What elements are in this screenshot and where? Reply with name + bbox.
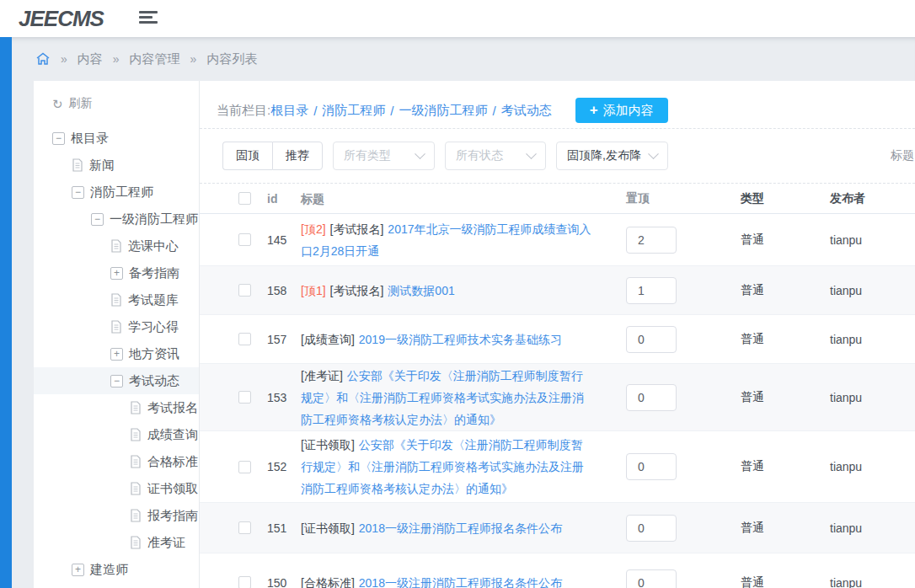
collapse-icon[interactable]: − <box>72 186 84 199</box>
row-checkbox[interactable] <box>238 521 251 534</box>
status-select[interactable]: 所有状态 <box>445 142 546 170</box>
tree-item-pass-standard[interactable]: 合格标准 <box>34 448 199 475</box>
expand-icon[interactable]: + <box>72 564 84 576</box>
row-checkbox[interactable] <box>238 284 251 297</box>
jeecms-logo: JEECMS <box>19 6 104 32</box>
content-type: 普通 <box>736 521 823 536</box>
filter-toolbar: 固顶 推荐 所有类型 所有状态 固顶降,发布降 标题 <box>200 129 915 183</box>
path-link-exam-news[interactable]: 考试动态 <box>501 103 552 119</box>
tree-item-score-query[interactable]: 成绩查询 <box>34 421 199 448</box>
tree-item-fire-engineer[interactable]: − 消防工程师 <box>34 179 199 206</box>
row-checkbox[interactable] <box>238 576 251 588</box>
col-header-type: 类型 <box>736 191 823 206</box>
top-bar: JEECMS <box>0 0 915 37</box>
table-row: 152 [证书领取]公安部《关于印发〈注册消防工程师制度暂行规定〉和〈注册消防工… <box>200 431 915 503</box>
top-tag: [顶2] <box>301 222 326 236</box>
category-tag: [考试报名] <box>330 222 384 236</box>
tree-item-local-news[interactable]: + 地方资讯 <box>34 340 199 367</box>
top-order-input[interactable] <box>626 227 677 254</box>
collapse-icon[interactable]: − <box>110 375 123 388</box>
row-id: 158 <box>254 284 301 297</box>
refresh-button[interactable]: ↻ 刷新 <box>34 91 199 116</box>
row-id: 152 <box>254 460 301 473</box>
breadcrumb-item-content-list: 内容列表 <box>206 51 257 67</box>
content-title-link[interactable]: 测试数据001 <box>388 284 454 297</box>
col-header-top: 置顶 <box>594 191 736 206</box>
left-accent-stripe <box>0 37 12 588</box>
collapse-icon[interactable]: − <box>91 213 104 226</box>
plus-icon: + <box>590 102 598 119</box>
publisher: tianpu <box>823 576 915 588</box>
refresh-icon: ↻ <box>52 98 63 110</box>
menu-toggle-icon[interactable] <box>139 11 159 26</box>
row-id: 153 <box>254 391 301 404</box>
current-category-label: 当前栏目: <box>217 103 270 119</box>
tree-item-news[interactable]: 新闻 <box>34 152 199 179</box>
document-icon <box>130 401 142 414</box>
category-tree-sidebar: ↻ 刷新 − 根目录 新闻 − 消防工程师 − 一级消防工程师 选课中心 <box>34 81 200 588</box>
category-tag: [证书领取] <box>301 438 355 452</box>
category-tag: [成绩查询] <box>301 333 355 346</box>
tree-item-exam-registration[interactable]: 考试报名 <box>34 394 199 421</box>
tree-item-question-bank[interactable]: 考试题库 <box>34 286 199 313</box>
current-category-bar: 当前栏目: 根目录 / 消防工程师 / 一级消防工程师 / 考试动态 + 添加内… <box>217 93 915 128</box>
content-title-link[interactable]: 2019一级消防工程师技术实务基础练习 <box>359 333 562 346</box>
tree-item-certificate-collection[interactable]: 证书领取 <box>34 475 199 502</box>
table-row: 153 [准考证]公安部《关于印发〈注册消防工程师制度暂行规定〉和〈注册消防工程… <box>200 364 915 431</box>
col-header-id: id <box>254 192 301 206</box>
document-icon <box>72 158 83 172</box>
tree-item-course-center[interactable]: 选课中心 <box>34 233 199 259</box>
top-order-input[interactable] <box>626 384 677 411</box>
row-checkbox[interactable] <box>238 333 251 345</box>
tree-item-constructor[interactable]: + 建造师 <box>34 556 199 583</box>
content-type: 普通 <box>736 283 823 298</box>
filter-pinned-button[interactable]: 固顶 <box>222 142 272 170</box>
table-row: 151 [证书领取]2018一级注册消防工程师报名条件公布 普通 tianpu <box>200 503 915 553</box>
filter-recommend-button[interactable]: 推荐 <box>272 142 323 170</box>
content-type: 普通 <box>736 459 823 474</box>
row-checkbox[interactable] <box>238 391 251 404</box>
expand-icon[interactable]: + <box>110 348 123 361</box>
breadcrumb-item-content-manage[interactable]: 内容管理 <box>130 51 180 67</box>
sort-select[interactable]: 固顶降,发布降 <box>556 142 668 170</box>
table-header: id 标题 置顶 类型 发布者 <box>200 184 915 214</box>
row-checkbox[interactable] <box>238 461 251 473</box>
tree-item-exam-news[interactable]: − 考试动态 <box>34 367 199 394</box>
add-content-button[interactable]: + 添加内容 <box>575 98 668 123</box>
path-link-fire-engineer[interactable]: 消防工程师 <box>322 103 385 119</box>
top-order-input[interactable] <box>626 326 677 353</box>
content-title-link[interactable]: 公安部《关于印发〈注册消防工程师制度暂行规定〉和〈注册消防工程师资格考试实施办法… <box>301 369 584 426</box>
tree-item-exam-prep-guide[interactable]: + 备考指南 <box>34 259 199 286</box>
top-order-input[interactable] <box>626 277 677 304</box>
chevron-down-icon <box>648 148 659 159</box>
row-id: 150 <box>254 576 301 588</box>
publisher: tianpu <box>823 391 915 404</box>
select-all-checkbox[interactable] <box>238 192 251 205</box>
tree-item-level1-fire-engineer[interactable]: − 一级消防工程师 <box>34 206 199 233</box>
category-tag: [证书领取] <box>301 521 355 535</box>
col-header-title: 标题 <box>301 188 594 210</box>
tree-item-study-notes[interactable]: 学习心得 <box>34 313 199 340</box>
collapse-icon[interactable]: − <box>52 132 65 145</box>
top-order-input[interactable] <box>626 453 677 480</box>
path-link-level1[interactable]: 一级消防工程师 <box>399 103 488 119</box>
content-type: 普通 <box>736 575 823 588</box>
type-select[interactable]: 所有类型 <box>333 142 435 170</box>
publisher: tianpu <box>823 460 915 473</box>
top-order-input[interactable] <box>626 569 677 588</box>
publisher: tianpu <box>823 333 915 346</box>
tree-item-root[interactable]: − 根目录 <box>34 125 199 152</box>
home-icon[interactable] <box>35 51 51 67</box>
content-title-link[interactable]: 2018一级注册消防工程师报名条件公布 <box>359 521 562 535</box>
path-link-root[interactable]: 根目录 <box>270 103 308 119</box>
tree-item-registration-guide[interactable]: 报考指南 <box>34 502 199 529</box>
document-icon <box>130 536 142 549</box>
expand-icon[interactable]: + <box>110 267 123 280</box>
top-order-input[interactable] <box>626 515 677 542</box>
content-title-link[interactable]: 2018一级注册消防工程师报名条件公布 <box>359 576 562 588</box>
table-row: 145 [顶2][考试报名]2017年北京一级消防工程师成绩查询入口2月28日开… <box>200 214 915 266</box>
title-filter-label: 标题 <box>891 148 915 163</box>
tree-item-admission-ticket[interactable]: 准考证 <box>34 529 199 556</box>
breadcrumb-item-content[interactable]: 内容 <box>78 51 103 67</box>
row-checkbox[interactable] <box>238 233 251 246</box>
